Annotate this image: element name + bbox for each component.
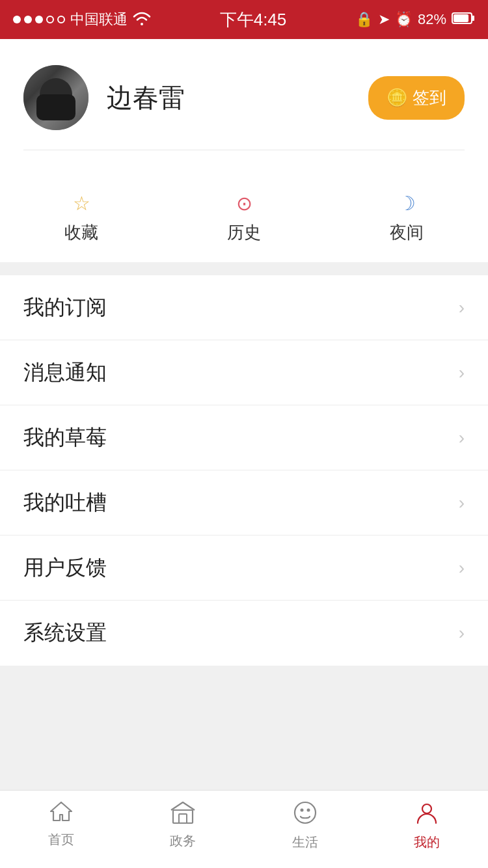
- dot-5: [57, 16, 65, 23]
- svg-rect-2: [454, 14, 468, 22]
- nightmode-label: 夜间: [390, 221, 424, 244]
- quick-actions: ☆ 收藏 ⊙ 历史 ☽ 夜间: [0, 174, 488, 262]
- chevron-right-icon: ›: [459, 297, 465, 318]
- tab-label-mine: 我的: [414, 834, 440, 851]
- chevron-right-icon: ›: [459, 558, 465, 578]
- status-right: 🔒 ➤ ⏰ 82%: [355, 11, 475, 28]
- menu-label-subscription: 我的订阅: [23, 293, 107, 322]
- dot-1: [13, 16, 21, 23]
- tab-item-home[interactable]: 首页: [0, 800, 122, 848]
- history-icon: ⊙: [236, 192, 252, 215]
- menu-item-strawberry[interactable]: 我的草莓 ›: [0, 405, 488, 470]
- menu-label-strawberry: 我的草莓: [23, 424, 107, 452]
- avatar[interactable]: [23, 65, 88, 130]
- svg-rect-1: [472, 16, 474, 21]
- favorites-label: 收藏: [64, 221, 98, 244]
- dot-2: [24, 16, 32, 23]
- svg-rect-4: [179, 814, 187, 823]
- tab-item-life[interactable]: 生活: [244, 800, 366, 851]
- menu-item-notifications[interactable]: 消息通知 ›: [0, 340, 488, 405]
- chevron-right-icon: ›: [459, 427, 465, 448]
- status-time: 下午4:45: [220, 8, 287, 31]
- menu-item-subscription[interactable]: 我的订阅 ›: [0, 275, 488, 340]
- tab-item-gov[interactable]: 政务: [122, 800, 245, 850]
- battery-text: 82%: [418, 11, 446, 28]
- chevron-right-icon: ›: [459, 362, 465, 383]
- lock-icon: 🔒: [355, 11, 373, 28]
- star-icon: ☆: [73, 192, 90, 215]
- tab-label-gov: 政务: [170, 832, 196, 850]
- card-divider: [23, 150, 465, 150]
- mine-icon: [414, 800, 440, 830]
- dot-4: [46, 16, 54, 23]
- menu-item-settings[interactable]: 系统设置 ›: [0, 601, 488, 666]
- menu-label-feedback: 用户反馈: [23, 554, 107, 582]
- quick-action-history[interactable]: ⊙ 历史: [227, 192, 261, 244]
- section-gap: [0, 262, 488, 275]
- quick-action-favorites[interactable]: ☆ 收藏: [64, 192, 98, 244]
- tab-bar: 首页 政务 生活 我的: [0, 790, 488, 868]
- home-icon: [48, 800, 74, 827]
- tab-label-home: 首页: [48, 831, 74, 848]
- menu-label-notifications: 消息通知: [23, 359, 107, 387]
- profile-info: 边春雷: [23, 65, 185, 130]
- signal-dots: [13, 16, 65, 23]
- svg-point-7: [306, 809, 310, 812]
- menu-label-comments: 我的吐槽: [23, 489, 107, 517]
- profile-card: 边春雷 🪙 签到: [0, 39, 488, 174]
- life-icon: [292, 800, 318, 830]
- location-icon: ➤: [378, 11, 390, 28]
- coin-icon: 🪙: [386, 88, 407, 108]
- checkin-button[interactable]: 🪙 签到: [368, 76, 465, 120]
- menu-item-feedback[interactable]: 用户反馈 ›: [0, 536, 488, 601]
- profile-top: 边春雷 🪙 签到: [23, 65, 465, 130]
- chevron-right-icon: ›: [459, 493, 465, 513]
- menu-list: 我的订阅 › 消息通知 › 我的草莓 › 我的吐槽 › 用户反馈 › 系统设置 …: [0, 275, 488, 666]
- status-left: 中国联通: [13, 10, 151, 29]
- svg-point-6: [300, 809, 303, 812]
- menu-item-comments[interactable]: 我的吐槽 ›: [0, 470, 488, 536]
- battery-icon: [452, 11, 475, 28]
- svg-rect-3: [173, 810, 193, 823]
- username: 边春雷: [107, 80, 185, 116]
- gov-icon: [170, 800, 196, 828]
- carrier-name: 中国联通: [70, 10, 128, 29]
- tab-label-life: 生活: [292, 834, 318, 851]
- history-label: 历史: [227, 221, 261, 244]
- svg-point-8: [422, 804, 431, 813]
- quick-action-nightmode[interactable]: ☽ 夜间: [390, 192, 424, 244]
- alarm-icon: ⏰: [395, 11, 413, 28]
- wifi-icon: [133, 11, 151, 29]
- tab-item-mine[interactable]: 我的: [366, 800, 489, 851]
- menu-label-settings: 系统设置: [23, 619, 107, 647]
- checkin-label: 签到: [413, 87, 446, 109]
- dot-3: [35, 16, 43, 23]
- moon-icon: ☽: [398, 192, 416, 215]
- svg-point-5: [295, 802, 316, 823]
- chevron-right-icon: ›: [459, 623, 465, 644]
- status-bar: 中国联通 下午4:45 🔒 ➤ ⏰ 82%: [0, 0, 488, 39]
